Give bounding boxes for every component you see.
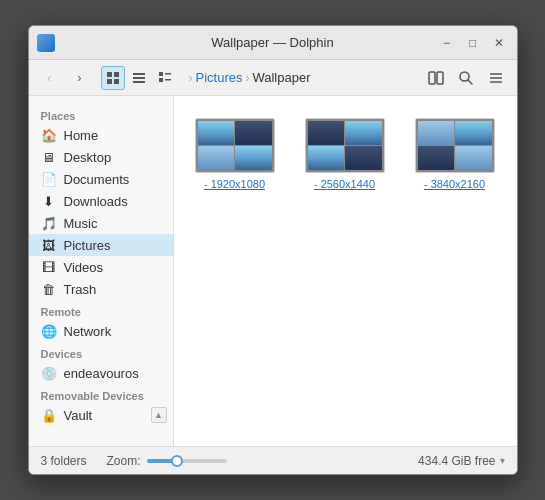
sidebar-item-network[interactable]: 🌐 Network <box>29 320 173 342</box>
free-space: 434.4 GiB free ▾ <box>418 454 504 468</box>
minimize-button[interactable]: − <box>437 33 457 53</box>
maximize-button[interactable]: □ <box>463 33 483 53</box>
sidebar-item-home[interactable]: 🏠 Home <box>29 124 173 146</box>
breadcrumb-current: Wallpaper <box>252 70 310 85</box>
sidebar-label-network: Network <box>64 324 112 339</box>
sidebar-item-vault[interactable]: 🔒 Vault ▲ <box>29 404 173 426</box>
svg-rect-3 <box>114 79 119 84</box>
folder-thumbnail-3840 <box>415 118 495 173</box>
sidebar-item-videos[interactable]: 🎞 Videos <box>29 256 173 278</box>
sidebar-label-trash: Trash <box>64 282 97 297</box>
icon-view-icon <box>106 71 120 85</box>
svg-rect-8 <box>165 73 171 75</box>
downloads-icon: ⬇ <box>41 193 57 209</box>
music-icon: 🎵 <box>41 215 57 231</box>
breadcrumb-separator-left: › <box>189 71 193 85</box>
svg-rect-4 <box>133 73 145 75</box>
svg-rect-10 <box>165 79 171 81</box>
detail-view-icon <box>158 71 172 85</box>
trash-icon: 🗑 <box>41 281 57 297</box>
sidebar-section-removable: Removable Devices <box>29 384 173 404</box>
split-view-button[interactable] <box>423 65 449 91</box>
list-view-button[interactable] <box>127 66 151 90</box>
svg-rect-9 <box>159 78 163 82</box>
svg-rect-7 <box>159 72 163 76</box>
window-controls: − □ ✕ <box>437 33 509 53</box>
search-button[interactable] <box>453 65 479 91</box>
sidebar-label-desktop: Desktop <box>64 150 112 165</box>
sidebar-label-endeavouros: endeavouros <box>64 366 139 381</box>
zoom-control: Zoom: <box>107 454 227 468</box>
sidebar-item-desktop[interactable]: 🖥 Desktop <box>29 146 173 168</box>
forward-button[interactable]: › <box>67 65 93 91</box>
sidebar-label-home: Home <box>64 128 99 143</box>
app-icon <box>37 34 55 52</box>
folder-label-3840: - 3840x2160 <box>424 177 485 191</box>
vault-scroll-up[interactable]: ▲ <box>151 407 167 423</box>
toolbar-right <box>423 65 509 91</box>
folder-thumbnail-1920 <box>195 118 275 173</box>
folder-thumbnail-2560 <box>305 118 385 173</box>
sidebar-label-vault: Vault <box>64 408 93 423</box>
zoom-track[interactable] <box>147 459 227 463</box>
svg-rect-0 <box>107 72 112 77</box>
breadcrumb-separator: › <box>245 71 249 85</box>
sidebar-item-trash[interactable]: 🗑 Trash <box>29 278 173 300</box>
sidebar-item-music[interactable]: 🎵 Music <box>29 212 173 234</box>
back-button[interactable]: ‹ <box>37 65 63 91</box>
svg-rect-2 <box>107 79 112 84</box>
search-icon <box>458 70 474 86</box>
sidebar-section-remote: Remote <box>29 300 173 320</box>
chevron-down-icon[interactable]: ▾ <box>500 455 505 466</box>
folder-1920[interactable]: - 1920x1080 <box>190 112 280 197</box>
breadcrumb: › Pictures › Wallpaper <box>189 70 311 85</box>
sidebar: Places 🏠 Home 🖥 Desktop 📄 Documents ⬇ Do… <box>29 96 174 446</box>
sidebar-section-devices: Devices <box>29 342 173 362</box>
breadcrumb-pictures[interactable]: Pictures <box>196 70 243 85</box>
drive-icon: 💿 <box>41 365 57 381</box>
folder-2560[interactable]: - 2560x1440 <box>300 112 390 197</box>
hamburger-icon <box>488 70 504 86</box>
folder-count: 3 folders <box>41 454 87 468</box>
sidebar-item-downloads[interactable]: ⬇ Downloads <box>29 190 173 212</box>
sidebar-label-videos: Videos <box>64 260 104 275</box>
titlebar: Wallpaper — Dolphin − □ ✕ <box>29 26 517 60</box>
folder-label-1920: - 1920x1080 <box>204 177 265 191</box>
sidebar-label-music: Music <box>64 216 98 231</box>
svg-rect-12 <box>437 72 443 84</box>
svg-rect-6 <box>133 81 145 83</box>
videos-icon: 🎞 <box>41 259 57 275</box>
svg-line-14 <box>468 80 472 84</box>
icon-view-button[interactable] <box>101 66 125 90</box>
sidebar-label-documents: Documents <box>64 172 130 187</box>
vault-icon: 🔒 <box>41 407 57 423</box>
close-button[interactable]: ✕ <box>489 33 509 53</box>
home-icon: 🏠 <box>41 127 57 143</box>
zoom-thumb[interactable] <box>171 455 183 467</box>
svg-rect-5 <box>133 77 145 79</box>
folder-label-2560: - 2560x1440 <box>314 177 375 191</box>
split-view-icon <box>428 70 444 86</box>
free-space-label: 434.4 GiB free <box>418 454 495 468</box>
documents-icon: 📄 <box>41 171 57 187</box>
pictures-icon: 🖼 <box>41 237 57 253</box>
svg-rect-1 <box>114 72 119 77</box>
svg-rect-11 <box>429 72 435 84</box>
hamburger-menu-button[interactable] <box>483 65 509 91</box>
zoom-label: Zoom: <box>107 454 141 468</box>
network-icon: 🌐 <box>41 323 57 339</box>
toolbar: ‹ › <box>29 60 517 96</box>
sidebar-item-documents[interactable]: 📄 Documents <box>29 168 173 190</box>
folder-3840[interactable]: - 3840x2160 <box>410 112 500 197</box>
sidebar-item-endeavouros[interactable]: 💿 endeavouros <box>29 362 173 384</box>
dolphin-window: Wallpaper — Dolphin − □ ✕ ‹ › <box>28 25 518 475</box>
sidebar-item-pictures[interactable]: 🖼 Pictures <box>29 234 173 256</box>
statusbar: 3 folders Zoom: 434.4 GiB free ▾ <box>29 446 517 474</box>
list-view-icon <box>132 71 146 85</box>
file-content: - 1920x1080 - 2560x1440 <box>174 96 517 446</box>
main-area: Places 🏠 Home 🖥 Desktop 📄 Documents ⬇ Do… <box>29 96 517 446</box>
sidebar-label-downloads: Downloads <box>64 194 128 209</box>
sidebar-label-pictures: Pictures <box>64 238 111 253</box>
detail-view-button[interactable] <box>153 66 177 90</box>
desktop-icon: 🖥 <box>41 149 57 165</box>
